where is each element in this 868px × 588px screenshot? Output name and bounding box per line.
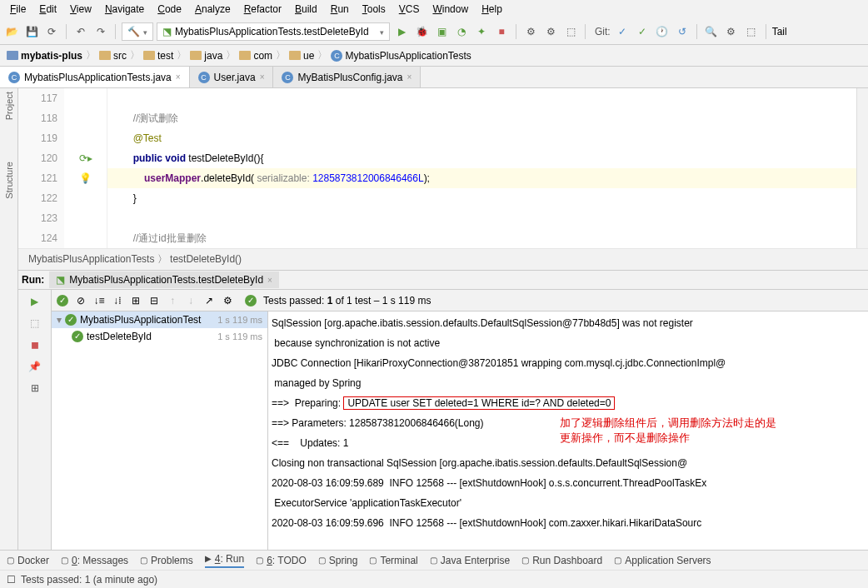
toggle-icon[interactable]: ⬚ (27, 315, 43, 331)
profile-icon[interactable]: ◔ (453, 23, 470, 40)
filter-icon[interactable]: ⊘ (75, 295, 87, 306)
breadcrumb-item[interactable]: mybatis-plus (7, 50, 82, 62)
run-config-label: MybatisPlusApplicationTests.testDeleteBy… (175, 26, 369, 37)
git-commit-icon[interactable]: ✓ (634, 23, 651, 40)
export-icon[interactable]: ↗ (203, 295, 215, 306)
rail-project[interactable]: Project (4, 92, 14, 120)
debug-icon[interactable]: 🐞 (413, 23, 430, 40)
open-icon[interactable]: 📂 (3, 23, 20, 40)
statusbar-item[interactable]: ▢Terminal (369, 555, 417, 566)
expand-icon[interactable]: ⊞ (130, 295, 142, 306)
stop2-icon[interactable]: ◼ (27, 336, 43, 353)
breadcrumb-item[interactable]: ue (289, 50, 314, 62)
git-check-icon[interactable]: ✓ (614, 23, 631, 40)
sort-icon[interactable]: ↓≡ (93, 295, 105, 306)
tree-row[interactable]: ▾✓MybatisPlusApplicationTest1 s 119 ms (52, 311, 267, 328)
refresh-icon[interactable]: ⟳ (43, 23, 60, 40)
git-history-icon[interactable]: 🕐 (654, 23, 671, 40)
menu-code[interactable]: Code (151, 2, 188, 17)
down-icon[interactable]: ↓ (185, 295, 197, 306)
menu-edit[interactable]: Edit (32, 2, 63, 17)
settings-icon[interactable]: ⚙ (723, 23, 740, 40)
test-tree[interactable]: ▾✓MybatisPlusApplicationTest1 s 119 ms✓t… (52, 311, 268, 550)
statusbar-item[interactable]: ▢Run Dashboard (521, 555, 602, 566)
statusbar-item[interactable]: ▶4: Run (205, 553, 244, 568)
tests-passed-text: Tests passed: 1 of 1 test – 1 s 119 ms (263, 295, 431, 306)
layout-icon[interactable]: ⊞ (27, 380, 43, 396)
console-line: ==> Preparing: UPDATE user SET deleted=1… (272, 393, 865, 413)
menu-build[interactable]: Build (288, 2, 324, 17)
search-icon[interactable]: 🔍 (703, 23, 720, 40)
coverage-icon[interactable]: ▣ (433, 23, 450, 40)
editor-tab[interactable]: CMybatisPlusApplicationTests.java× (0, 67, 190, 87)
menu-window[interactable]: Window (426, 2, 475, 17)
console-line: managed by Spring (272, 373, 865, 393)
statusbar-item[interactable]: ▢6: TODO (256, 555, 307, 566)
editor-tab[interactable]: CUser.java× (190, 67, 274, 87)
collapse-icon[interactable]: ⊟ (148, 295, 160, 306)
undo-icon[interactable]: ↶ (72, 23, 89, 40)
console-line: SqlSession [org.apache.ibatis.session.de… (272, 313, 865, 333)
statusbar-item[interactable]: ▢Problems (140, 555, 193, 566)
code-editor[interactable]: 117118119120121122123124 ⟳▸💡 //测试删除 @Tes… (18, 88, 868, 248)
run-label: Run: (22, 274, 44, 286)
test-status-bar: ✓ ⊘ ↓≡ ↓⁞ ⊞ ⊟ ↑ ↓ ↗ ⚙ ✓ Tests passed: 1 … (52, 290, 868, 311)
run-icon[interactable]: ▶ (393, 23, 410, 40)
console-line: because synchronization is not active (272, 333, 865, 353)
hammer-build[interactable]: 🔨 (122, 22, 153, 41)
code-breadcrumb[interactable]: MybatisPlusApplicationTests 〉 testDelete… (18, 248, 868, 270)
statusbar-item[interactable]: ▢Application Servers (614, 555, 711, 566)
editor-tab[interactable]: CMyBatisPlusConfig.java× (273, 67, 421, 87)
console-line: Closing non transactional SqlSession [or… (272, 453, 865, 473)
stop-icon[interactable]: ■ (493, 23, 510, 40)
menu-file[interactable]: File (3, 2, 32, 17)
tree-row[interactable]: ✓testDeleteById1 s 119 ms (52, 328, 267, 345)
menu-view[interactable]: View (63, 2, 98, 17)
sort2-icon[interactable]: ↓⁞ (112, 295, 123, 306)
jr-icon[interactable]: ⚙ (522, 23, 539, 40)
menu-help[interactable]: Help (475, 2, 509, 17)
save-icon[interactable]: 💾 (23, 23, 40, 40)
attach-icon[interactable]: ✦ (473, 23, 490, 40)
tail-label[interactable]: Tail (772, 26, 787, 37)
menu-analyze[interactable]: Analyze (188, 2, 237, 17)
tool-window-bar: ▢Docker▢0: Messages▢Problems▶4: Run▢6: T… (0, 550, 868, 570)
close-icon[interactable]: × (176, 72, 181, 82)
rail-structure[interactable]: Structure (4, 162, 14, 199)
test-ok-icon[interactable]: ✓ (57, 295, 68, 306)
menu-bar: FileEditViewNavigateCodeAnalyzeRefactorB… (0, 0, 868, 18)
git-label: Git: (595, 26, 611, 37)
run-config-combo[interactable]: ⬔ MybatisPlusApplicationTests.testDelete… (157, 22, 390, 41)
statusbar-item[interactable]: ▢0: Messages (61, 555, 128, 566)
statusbar-item[interactable]: ▢Java Enterprise (430, 555, 510, 566)
console-output[interactable]: SqlSession [org.apache.ibatis.session.de… (268, 311, 868, 550)
statusbar-item[interactable]: ▢Docker (7, 555, 49, 566)
run-tab[interactable]: ⬔ MybatisPlusApplicationTests.testDelete… (49, 272, 279, 288)
close-icon[interactable]: × (407, 72, 412, 82)
menu-navigate[interactable]: Navigate (98, 2, 151, 17)
redo-icon[interactable]: ↷ (92, 23, 109, 40)
status-icon: ☐ (7, 574, 16, 586)
gear-icon[interactable]: ⚙ (222, 295, 233, 306)
pin-icon[interactable]: 📌 (27, 358, 43, 375)
menu-refactor[interactable]: Refactor (237, 2, 288, 17)
ext-icon[interactable]: ⬚ (743, 23, 760, 40)
breadcrumb-item[interactable]: CMybatisPlusApplicationTests (331, 50, 471, 62)
breadcrumb-item[interactable]: src (99, 50, 127, 62)
close-icon[interactable]: × (260, 72, 265, 82)
close-icon[interactable]: × (267, 276, 272, 285)
statusbar-item[interactable]: ▢Spring (318, 555, 358, 566)
status-bar: ☐ Tests passed: 1 (a minute ago) (0, 570, 868, 588)
rerun-icon[interactable]: ▶ (27, 293, 43, 310)
menu-tools[interactable]: Tools (356, 2, 392, 17)
menu-run[interactable]: Run (324, 2, 356, 17)
jr3-icon[interactable]: ⬚ (562, 23, 579, 40)
run-panel-header: Run: ⬔ MybatisPlusApplicationTests.testD… (18, 270, 868, 290)
breadcrumb-item[interactable]: test (143, 50, 173, 62)
menu-vcs[interactable]: VCS (392, 2, 427, 17)
git-revert-icon[interactable]: ↺ (674, 23, 691, 40)
breadcrumb-item[interactable]: java (190, 50, 222, 62)
up-icon[interactable]: ↑ (167, 295, 178, 306)
jr2-icon[interactable]: ⚙ (542, 23, 559, 40)
breadcrumb-item[interactable]: com (239, 50, 272, 62)
